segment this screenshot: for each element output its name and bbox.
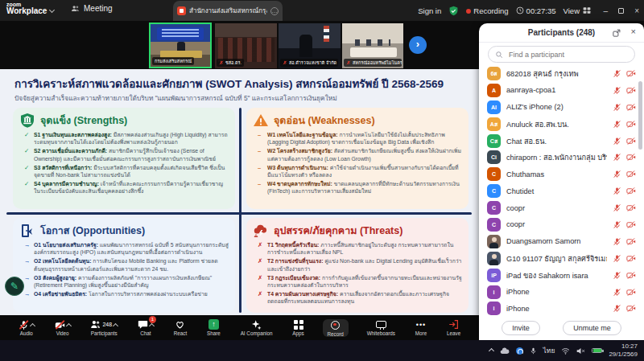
participant-row[interactable]: iiPhone xyxy=(479,284,644,301)
mic-muted-icon[interactable] xyxy=(613,271,621,280)
video-off-icon[interactable] xyxy=(626,203,636,212)
view-button[interactable]: View xyxy=(564,6,591,15)
mic-muted-icon[interactable] xyxy=(613,187,621,195)
mic-muted-icon[interactable] xyxy=(613,304,621,313)
cloud-icon[interactable] xyxy=(500,347,510,355)
mic-muted-icon[interactable] xyxy=(613,170,621,178)
maximize-button[interactable] xyxy=(618,8,624,14)
video-options-chevron[interactable] xyxy=(66,323,72,329)
close-button[interactable]: × xyxy=(634,6,639,15)
apps-button[interactable]: Apps xyxy=(291,319,305,336)
video-thumbnail[interactable]: ชสอ.ตร. xyxy=(215,23,277,68)
participant-search[interactable] xyxy=(488,46,635,63)
participant-row[interactable]: Ccoopr xyxy=(479,216,644,233)
video-thumbnail[interactable]: สอ.ตำรวจแห่งชาติ จำกัด xyxy=(279,23,341,68)
participant-row[interactable]: Duangsamorn Samorn xyxy=(479,233,644,250)
leave-button[interactable]: Leave xyxy=(445,319,462,336)
participant-row[interactable]: CสChat สอ.ธน. xyxy=(479,133,644,150)
video-off-icon[interactable] xyxy=(626,220,636,229)
wifi-icon[interactable] xyxy=(561,347,570,355)
zoom-workplace-logo: zoom Workplace xyxy=(6,2,47,15)
security-shield-icon[interactable] xyxy=(448,6,459,16)
popout-icon[interactable] xyxy=(612,28,621,38)
video-off-icon[interactable] xyxy=(626,271,636,280)
chevron-down-icon[interactable] xyxy=(49,7,55,13)
participant-row[interactable]: G10 91107 ธัญญา สกุลศรีจิรเมธา (พนิ) กรม… xyxy=(479,250,644,267)
participants-options-chevron[interactable] xyxy=(113,323,118,329)
opportunity-item: →O3 สังคมผู้สูงอายุ: ความต้องการผลิตภัณฑ… xyxy=(24,274,229,289)
mic-muted-icon[interactable] xyxy=(613,288,621,297)
tab-shared-screen[interactable]: สำนักงานส่งเสริมสหกรณ์กรุงเทพมหาน … xyxy=(173,1,283,21)
chat-options-chevron[interactable] xyxy=(149,323,155,329)
participant-row[interactable]: iiPhone xyxy=(479,300,644,317)
video-off-icon[interactable] xyxy=(626,103,636,112)
annotation-pencil-button[interactable]: ✎ xyxy=(5,277,24,296)
participant-row[interactable]: Aaanraya-cpoa1 xyxy=(479,82,644,99)
chat-icon xyxy=(138,319,148,330)
scrollbar-thumb[interactable] xyxy=(638,81,642,150)
mic-tray-icon[interactable] xyxy=(530,347,537,355)
video-off-icon[interactable] xyxy=(626,137,636,146)
next-videos-button[interactable]: › xyxy=(409,36,427,54)
tab-meeting[interactable]: Meeting xyxy=(71,4,113,13)
volume-muted-icon[interactable] xyxy=(576,347,585,355)
video-off-icon[interactable] xyxy=(626,187,636,195)
search-input[interactable] xyxy=(507,50,628,59)
participant-row[interactable]: CChuthamas xyxy=(479,166,644,183)
video-off-icon[interactable] xyxy=(626,288,636,297)
opportunities-quadrant: โอกาส (Opportunities) →O1 นโยบายส่งเสริม… xyxy=(13,218,235,313)
record-button-active[interactable]: Record xyxy=(323,319,349,337)
minimize-button[interactable]: – xyxy=(604,6,609,15)
video-off-icon[interactable] xyxy=(626,153,636,162)
participant-row[interactable]: Cichiraporn : สอ.พนักงานกลุ่ม บริษัท ดิ … xyxy=(479,149,644,166)
share-screen-icon: ↑ xyxy=(208,319,219,330)
close-icon[interactable]: × xyxy=(631,27,636,36)
mic-muted-icon[interactable] xyxy=(613,237,621,246)
react-button[interactable]: React xyxy=(172,319,188,336)
video-off-icon[interactable] xyxy=(626,170,636,178)
participant-row[interactable]: Ccoopr xyxy=(479,199,644,216)
mic-muted-icon[interactable] xyxy=(613,103,621,112)
battery-icon[interactable] xyxy=(592,348,602,354)
tray-expand-caret[interactable] xyxy=(489,347,494,353)
participant-row[interactable]: 6ส682018 สุคนธ์ กรุงเทพ xyxy=(479,65,644,82)
invite-button[interactable]: Invite xyxy=(502,321,540,335)
mic-muted-icon[interactable] xyxy=(613,203,621,212)
participant-row[interactable]: AIALIZ's iPhone (2) xyxy=(479,99,644,116)
video-thumbnail-active-speaker[interactable]: กรมส่งเสริมสหกรณ์ xyxy=(149,23,212,68)
titlebar: zoom Workplace Meeting สำนักงานส่งเสริมส… xyxy=(0,0,644,21)
video-off-icon[interactable] xyxy=(626,237,636,246)
tab-more-icon[interactable]: … xyxy=(270,7,279,15)
more-button[interactable]: ••• More xyxy=(414,319,428,336)
mic-muted-icon[interactable] xyxy=(613,120,621,129)
language-indicator[interactable]: ไทย xyxy=(543,345,555,356)
audio-options-chevron[interactable] xyxy=(30,323,35,329)
sync-icon[interactable] xyxy=(516,347,523,355)
unmute-me-button[interactable]: Unmute me xyxy=(563,321,621,335)
video-thumbnail[interactable]: สหกรณ์ออมทรัพย์ไมโนครร... xyxy=(342,23,403,68)
ai-companion-button[interactable]: AI Companion xyxy=(239,319,275,336)
share-button[interactable]: ↑ Share xyxy=(205,319,222,336)
participants-button[interactable]: 248 Participants xyxy=(89,319,119,336)
video-off-icon[interactable] xyxy=(626,120,636,129)
mic-muted-icon[interactable] xyxy=(613,86,621,95)
whiteboards-button[interactable]: Whiteboards xyxy=(365,319,397,336)
mic-muted-icon[interactable] xyxy=(613,137,621,146)
mic-muted-icon[interactable] xyxy=(613,254,621,263)
participant-row[interactable]: CChutidet xyxy=(479,183,644,199)
mic-muted-icon[interactable] xyxy=(613,153,621,162)
chat-button[interactable]: 1 Chat xyxy=(136,319,155,336)
taskbar-clock[interactable]: 10:27 29/1/2569 xyxy=(609,343,638,359)
slide-subtitle: ปัจจัยสู่ความสำเร็จและความท้าทายภายใต้บร… xyxy=(14,92,469,104)
mic-muted-icon[interactable] xyxy=(613,69,621,78)
video-off-icon[interactable] xyxy=(626,254,636,263)
mic-muted-icon[interactable] xyxy=(613,220,621,229)
sign-in-link[interactable]: Sign in xyxy=(418,6,441,15)
video-button[interactable]: Video xyxy=(53,319,72,336)
participant-row[interactable]: AสAnuluck สอ.สพ.บน. xyxy=(479,116,644,133)
video-off-icon[interactable] xyxy=(626,69,636,78)
video-off-icon[interactable] xyxy=(626,304,636,313)
video-off-icon[interactable] xyxy=(626,86,636,95)
participant-row[interactable]: iPiPad ของ Sahakorn isara xyxy=(479,267,644,284)
audio-button[interactable]: Audio xyxy=(17,319,36,336)
